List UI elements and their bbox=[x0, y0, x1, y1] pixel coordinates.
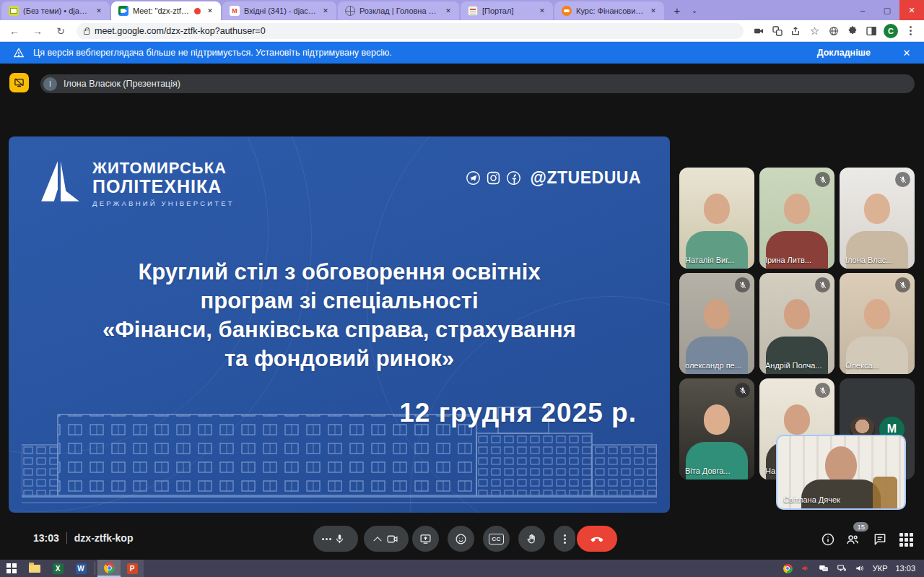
banner-close-icon[interactable] bbox=[899, 45, 914, 60]
taskbar-word[interactable]: W bbox=[69, 560, 92, 577]
tab-title: Розклад | Головна сторінка bbox=[359, 6, 439, 15]
media-camera-icon[interactable] bbox=[752, 25, 764, 37]
window-close-button[interactable] bbox=[899, 0, 924, 20]
participant-name: Ілона Влас... bbox=[845, 256, 909, 264]
tab-close-icon[interactable] bbox=[648, 6, 658, 16]
gmail-favicon-icon: M bbox=[230, 6, 240, 16]
mic-options-dots-icon[interactable] bbox=[326, 538, 328, 540]
side-panel-icon[interactable] bbox=[865, 25, 877, 37]
end-call-button[interactable] bbox=[577, 526, 617, 552]
raise-hand-icon bbox=[526, 533, 538, 545]
tab-schedule[interactable]: Розклад | Головна сторінка bbox=[338, 1, 459, 20]
more-options-button[interactable] bbox=[554, 526, 575, 552]
participant-tile[interactable]: олександр пе... bbox=[679, 273, 754, 374]
tray-volume-mixer-icon[interactable] bbox=[801, 563, 811, 573]
taskbar-chrome[interactable] bbox=[97, 560, 121, 577]
tab-title: (Без теми) • djacheksvetlana@uk bbox=[23, 6, 90, 15]
participant-tile[interactable]: Ірина Литв... bbox=[759, 168, 834, 269]
participant-tile[interactable]: Ілона Влас... bbox=[840, 168, 915, 269]
shared-presentation-slide[interactable]: ЖИТОМИРСЬКА ПОЛІТЕХНІКА ДЕРЖАВНИЙ УНІВЕР… bbox=[9, 136, 670, 513]
chat-panel-button[interactable] bbox=[871, 530, 889, 549]
mic-control[interactable] bbox=[313, 526, 358, 552]
profile-avatar[interactable]: C bbox=[884, 24, 898, 38]
share-icon[interactable] bbox=[790, 25, 802, 37]
back-button[interactable] bbox=[6, 22, 23, 40]
window-maximize-button[interactable] bbox=[875, 0, 899, 20]
people-icon bbox=[845, 532, 860, 547]
meeting-details-button[interactable] bbox=[819, 530, 837, 549]
taskbar-excel[interactable]: X bbox=[46, 560, 69, 577]
translate-icon[interactable] bbox=[771, 25, 783, 37]
tray-chrome-icon[interactable] bbox=[783, 564, 793, 573]
participant-video bbox=[679, 168, 754, 269]
participant-tile[interactable]: Наталія Виг... bbox=[679, 168, 754, 269]
taskbar-powerpoint[interactable]: P bbox=[121, 560, 144, 577]
self-view-tile[interactable]: Світлана Дячек bbox=[776, 435, 906, 510]
tab-meet-active[interactable]: Meet: "dzx-ztfk-kop" bbox=[111, 1, 221, 20]
reload-button[interactable] bbox=[52, 22, 69, 40]
participant-name: Олекса... bbox=[845, 361, 909, 370]
participant-name: Ірина Литв... bbox=[765, 256, 829, 264]
participant-tile[interactable]: Олекса... bbox=[840, 273, 915, 374]
camera-icon[interactable] bbox=[386, 533, 398, 545]
windows-logo-icon bbox=[6, 563, 11, 568]
tray-network-icon[interactable] bbox=[837, 563, 847, 573]
presenter-name-label: Ілона Власюк (Презентація) bbox=[64, 79, 180, 89]
participant-name: Андрій Полча... bbox=[765, 361, 829, 370]
meeting-code: dzx-ztfk-kop bbox=[74, 532, 134, 544]
address-bar[interactable]: meet.google.com/dzx-ztfk-kop?authuser=0 bbox=[77, 23, 744, 39]
facebook-icon bbox=[506, 170, 521, 186]
language-indicator[interactable]: УКР bbox=[873, 564, 888, 573]
browser-tab-strip: (Без теми) • djacheksvetlana@uk Meet: "d… bbox=[0, 0, 924, 20]
social-handle: @ZTUEDUUA bbox=[531, 168, 641, 188]
tab-close-icon[interactable] bbox=[537, 6, 547, 16]
presentation-off-button[interactable] bbox=[9, 73, 29, 92]
folder-icon bbox=[29, 565, 40, 573]
bookmark-star-icon[interactable] bbox=[808, 25, 821, 37]
banner-learn-more-link[interactable]: Докладніше bbox=[817, 48, 871, 58]
start-button[interactable] bbox=[0, 560, 23, 577]
lock-icon[interactable] bbox=[84, 30, 90, 35]
more-options-dots-icon bbox=[564, 538, 566, 540]
participant-tile[interactable]: Віта Довга... bbox=[679, 378, 754, 480]
url-text[interactable]: meet.google.com/dzx-ztfk-kop?authuser=0 bbox=[95, 26, 266, 36]
tab-close-icon[interactable] bbox=[205, 6, 215, 16]
activities-panel-button[interactable] bbox=[897, 530, 915, 549]
mic-off-icon bbox=[815, 383, 830, 398]
extensions-puzzle-icon[interactable] bbox=[846, 25, 858, 37]
window-minimize-button[interactable] bbox=[850, 0, 875, 20]
raise-hand-button[interactable] bbox=[518, 526, 545, 552]
tab-close-icon[interactable] bbox=[94, 6, 104, 16]
captions-button[interactable]: CC bbox=[483, 526, 510, 552]
camera-control[interactable] bbox=[364, 526, 409, 552]
clock[interactable]: 13:03 bbox=[895, 564, 915, 573]
tab-search-chevron-icon[interactable] bbox=[686, 1, 703, 19]
new-tab-button[interactable] bbox=[668, 1, 686, 19]
mic-off-icon bbox=[735, 383, 750, 398]
emoji-reactions-button[interactable] bbox=[448, 526, 474, 552]
present-screen-button[interactable] bbox=[412, 526, 439, 552]
tray-display-icon[interactable] bbox=[819, 563, 829, 573]
participants-panel-button[interactable]: 15 bbox=[843, 530, 862, 549]
tab-close-icon[interactable] bbox=[321, 6, 331, 16]
presenter-banner[interactable]: І Ілона Власюк (Презентація) bbox=[40, 74, 915, 93]
mic-off-icon bbox=[895, 277, 910, 292]
tab-course[interactable]: Курс: Фінансовий менеджмент bbox=[554, 1, 664, 20]
forward-button[interactable] bbox=[29, 22, 46, 40]
participant-tile[interactable]: Андрій Полча... bbox=[759, 273, 834, 374]
browser-menu-icon[interactable] bbox=[905, 25, 917, 37]
tray-speaker-icon[interactable] bbox=[855, 563, 865, 573]
slide-title-line: «Фінанси, банківська справа, страхування bbox=[9, 316, 670, 344]
tab-gmail-inbox[interactable]: M Вхідні (341) - djachek@ztu.edu.u bbox=[222, 1, 336, 20]
browser-toolbar: meet.google.com/dzx-ztfk-kop?authuser=0 … bbox=[0, 20, 924, 42]
toolbar-icons: C bbox=[752, 24, 917, 38]
tab-mail-compose[interactable]: (Без теми) • djacheksvetlana@uk bbox=[1, 1, 110, 20]
taskbar-file-explorer[interactable] bbox=[23, 560, 46, 577]
camera-options-chevron-icon[interactable] bbox=[373, 537, 381, 545]
tab-portal[interactable]: [Портал] bbox=[461, 1, 553, 20]
extension-globe-icon[interactable] bbox=[827, 25, 840, 37]
university-logo: ЖИТОМИРСЬКА ПОЛІТЕХНІКА ДЕРЖАВНИЙ УНІВЕР… bbox=[36, 160, 235, 207]
mic-icon[interactable] bbox=[334, 533, 346, 545]
windows-taskbar: X W P УКР 13:03 bbox=[0, 560, 924, 577]
tab-close-icon[interactable] bbox=[443, 6, 453, 16]
